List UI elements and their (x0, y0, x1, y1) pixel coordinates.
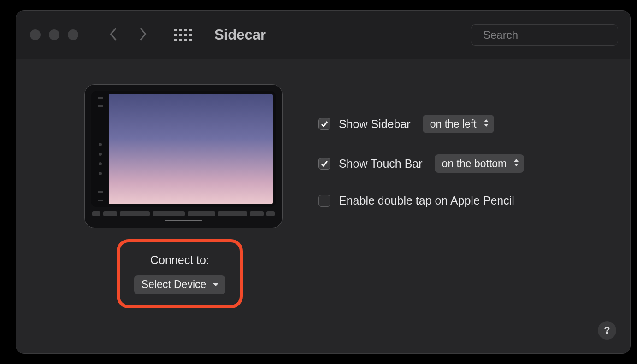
preferences-window: Sidecar (16, 10, 631, 354)
select-device-dropdown[interactable]: Select Device (134, 275, 226, 294)
zoom-window-button[interactable] (68, 29, 78, 40)
search-field[interactable] (471, 24, 618, 46)
connect-to-label: Connect to: (150, 253, 209, 267)
sidebar-position-dropdown[interactable]: on the left (423, 115, 494, 133)
options-list: Show Sidebar on the left Show Touch Bar … (318, 115, 524, 207)
updown-icon (483, 118, 490, 130)
ipad-preview-home-indicator (165, 220, 202, 221)
checkmark-icon (321, 160, 328, 167)
updown-icon (513, 158, 519, 170)
close-window-button[interactable] (30, 29, 41, 40)
help-icon: ? (604, 324, 610, 336)
checkmark-icon (321, 120, 328, 128)
ipad-preview-sidebar (91, 91, 109, 207)
connect-highlight: Connect to: Select Device (117, 239, 243, 308)
grid-icon (174, 29, 192, 41)
touchbar-position-value: on the bottom (442, 158, 507, 170)
select-device-label: Select Device (142, 278, 206, 291)
apple-pencil-label: Enable double tap on Apple Pencil (339, 194, 514, 207)
show-sidebar-row: Show Sidebar on the left (318, 115, 524, 133)
titlebar: Sidecar (16, 11, 630, 59)
window-controls (30, 29, 78, 40)
forward-button[interactable] (137, 26, 147, 44)
chevron-down-icon (212, 282, 219, 287)
back-button[interactable] (109, 26, 119, 44)
apple-pencil-checkbox[interactable] (318, 195, 330, 207)
search-input[interactable] (483, 29, 621, 41)
help-button[interactable]: ? (598, 321, 616, 340)
show-sidebar-label: Show Sidebar (339, 117, 411, 131)
show-sidebar-checkbox[interactable] (318, 118, 330, 130)
show-touchbar-checkbox[interactable] (318, 158, 330, 170)
minimize-window-button[interactable] (49, 29, 59, 40)
ipad-preview (84, 84, 283, 228)
nav-arrows (109, 26, 147, 44)
ipad-preview-touchbar (92, 210, 275, 218)
sidebar-position-value: on the left (430, 118, 477, 130)
show-all-button[interactable] (174, 29, 192, 41)
content-area: Connect to: Select Device Show Sidebar o… (16, 59, 630, 353)
ipad-preview-screen (109, 94, 273, 204)
apple-pencil-row: Enable double tap on Apple Pencil (318, 194, 524, 207)
pane-title: Sidecar (214, 27, 266, 43)
touchbar-position-dropdown[interactable]: on the bottom (435, 154, 525, 173)
show-touchbar-label: Show Touch Bar (339, 157, 423, 170)
show-touchbar-row: Show Touch Bar on the bottom (318, 154, 524, 173)
